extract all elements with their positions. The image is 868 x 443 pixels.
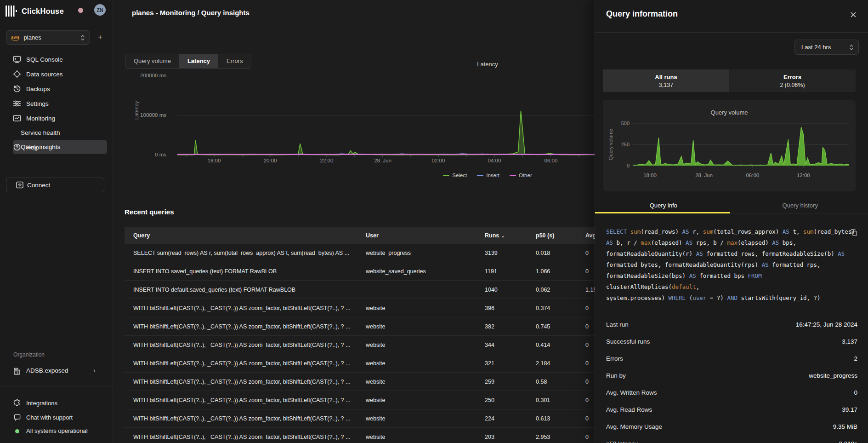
legend-label: Select [452,173,467,178]
sidebar-item-data-sources[interactable]: Data sources [0,67,113,81]
stat-label: p50 latency [606,440,638,443]
volume-chart-title: Query volume [603,109,856,116]
connect-label: Connect [27,182,50,189]
table-cell: website_saved_queries [357,268,476,275]
table-cell: WITH bitShiftLeft(CAST(?..), _CAST(?..))… [125,360,357,367]
legend-label: Other [519,173,532,178]
code-line: system.processes) WHERE (user = ?) AND s… [606,293,858,304]
legend-item[interactable]: Insert [477,173,499,178]
x-tick-label: 06:00 [737,173,769,178]
table-cell: 0.414 [527,342,577,348]
panel-title: Query information [606,9,678,19]
table-cell: 344 [476,342,527,348]
brand[interactable]: ClickHouse [6,5,64,17]
y-axis-label: Latency [134,92,139,129]
sidebar-item-label: Chat with support [26,414,73,421]
sql-code-block[interactable]: SELECT sum(read_rows) AS r, sum(total_ro… [606,226,858,304]
sidebar-item-label: Settings [26,100,49,107]
select-updown-icon [849,44,854,51]
stat-row: Last run16:47:25, Jun 28 2024 [595,316,868,333]
integrations-icon [13,399,21,407]
table-cell: INSERT INTO default.saved_queries (text)… [125,287,357,293]
x-tick-label: 06:00 [535,158,567,163]
sidebar-item-system-status[interactable]: All systems operational [0,425,113,437]
recent-queries-title: Recent queries [125,208,174,216]
active-tab-underline [595,212,730,213]
sidebar-item-sql-console[interactable]: SQL Console [0,52,113,67]
stat-label: Avg. Memory Usage [606,423,662,430]
stat-row: Avg. Written Rows0 [595,384,868,401]
table-cell: website_progress [357,250,476,256]
stat-label: Errors [606,355,623,362]
toggle-label: Errors [783,74,801,81]
notification-dot[interactable] [78,8,83,13]
table-cell: 0.374 [527,305,577,311]
sidebar-item-label: SQL Console [26,56,63,63]
toggle-value: 3,137 [659,82,673,88]
table-cell: 1191 [476,268,527,275]
table-cell: 259 [476,379,527,385]
connect-button[interactable]: Connect [6,178,104,192]
stat-row: Errors2 [595,350,868,367]
copy-icon[interactable] [850,229,858,236]
sidebar-item-help[interactable]: Help [0,140,113,155]
column-header[interactable]: Runs⌄ [476,232,527,239]
status-dot-icon [15,429,19,433]
stat-label: Avg. Read Rows [606,406,652,413]
y-tick-label: 500 [603,121,630,126]
add-service-button[interactable]: + [95,32,106,43]
table-cell: WITH bitShiftLeft(CAST(?..), _CAST(?..))… [125,379,357,385]
stat-value: 9.35 MiB [833,423,857,430]
table-cell: 0.613 [527,415,577,422]
sidebar-item-monitoring[interactable]: Monitoring [0,111,113,126]
x-tick-label: 02:00 [422,158,454,163]
time-range-select[interactable]: Last 24 hrs [794,40,859,55]
code-line: formatReadableQuantity(r) AS formatted_r… [606,248,858,259]
code-line: AS b, r / max(elapsed) AS rps, b / max(e… [606,237,858,248]
clickhouse-app: ClickHouse ZN aws planes + SQL Console D… [0,0,868,443]
sidebar-item-backups[interactable]: Backups [0,81,113,96]
data-sources-icon [13,70,21,78]
column-header[interactable]: p50 (s) [527,232,577,239]
table-cell: 0.58 [527,379,577,385]
query-stats-list: Last run16:47:25, Jun 28 2024Successful … [595,316,868,443]
legend-item[interactable]: Select [443,173,467,178]
column-header[interactable]: User [357,232,476,239]
sidebar-item-integrations[interactable]: Integrations [0,397,113,410]
x-tick-label: 18:00 [634,173,666,178]
sidebar-item-chat-support[interactable]: Chat with support [0,412,113,424]
select-updown-icon [80,35,85,41]
column-header[interactable]: Query [125,232,357,239]
tab-query-history[interactable]: Query history [732,200,868,213]
table-cell: 0.745 [527,323,577,330]
code-line: SELECT sum(read_rows) AS r, sum(total_ro… [606,226,858,237]
toggle-label: All runs [655,74,677,81]
stat-value: 3,137 [842,338,857,345]
x-tick-label: 28. Jun [367,158,399,163]
stat-label: Avg. Written Rows [606,389,657,396]
x-tick-label: 12:00 [787,173,819,178]
table-cell: 250 [476,397,527,403]
stat-value: 0 [854,389,857,396]
brand-name: ClickHouse [22,7,64,16]
table-cell: INSERT INTO saved_queries (text) FORMAT … [125,268,357,275]
volume-chart-svg[interactable] [633,123,849,168]
user-avatar[interactable]: ZN [94,4,106,16]
toggle-errors[interactable]: Errors 2 (0.06%) [729,69,856,92]
organization-item[interactable]: ADSB.exposed › [0,365,113,378]
toggle-all-runs[interactable]: All runs 3,137 [603,69,729,92]
sidebar-item-settings[interactable]: Settings [0,96,113,111]
connect-icon [16,181,24,189]
tab-query-info[interactable]: Query info [595,200,732,213]
service-selector[interactable]: aws planes [6,30,90,45]
table-cell: WITH bitShiftLeft(CAST(?..), _CAST(?..))… [125,323,357,330]
table-cell: WITH bitShiftLeft(CAST(?..), _CAST(?..))… [125,305,357,311]
sort-chevron-icon: ⌄ [501,233,505,238]
table-cell: 0.062 [527,287,577,293]
stat-value: 2 [854,355,857,362]
sidebar-item-service-health[interactable]: Service health [0,126,113,140]
legend-item[interactable]: Other [510,173,532,178]
close-icon[interactable] [849,10,858,19]
table-cell: SELECT sum(read_rows) AS r, sum(total_ro… [125,250,357,256]
organization-name: ADSB.exposed [26,367,68,374]
